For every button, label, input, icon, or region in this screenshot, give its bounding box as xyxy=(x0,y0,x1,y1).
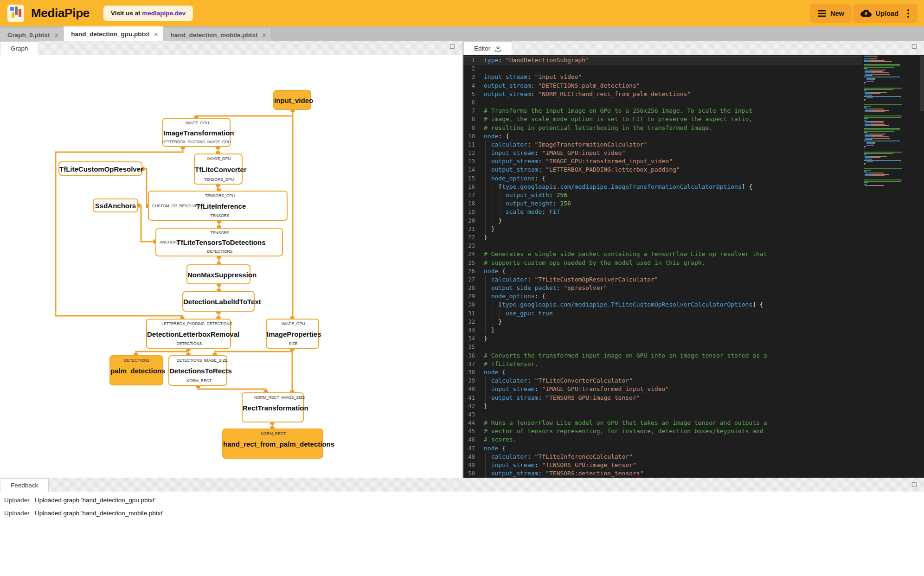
tab-graph[interactable]: Graph xyxy=(0,41,39,55)
port-label: NORM_RECT xyxy=(261,431,286,436)
code-line[interactable]: 10node: { xyxy=(463,132,862,141)
graph-node-palm_detections[interactable]: palm_detectionsDETECTIONS xyxy=(109,355,163,385)
editor-pane-expand-icon[interactable] xyxy=(912,44,917,49)
code-line[interactable]: 42} xyxy=(463,402,862,410)
code-line[interactable]: 14 output_stream: "LETTERBOX_PADDING:let… xyxy=(463,166,862,174)
code-line[interactable]: 32 } xyxy=(463,318,862,326)
code-line[interactable]: 12 input_stream: "IMAGE_GPU:input_video" xyxy=(463,149,862,157)
code-line[interactable]: 2 xyxy=(463,64,862,73)
code-line[interactable]: 44# Runs a TensorFlow Lite model on GPU … xyxy=(463,419,862,427)
graph-node-DetectionsToRects[interactable]: DetectionsToRectsDETECTIONSIMAGE_SIZENOR… xyxy=(168,355,227,386)
feedback-pane-expand-icon[interactable] xyxy=(912,482,917,487)
code-line[interactable]: 7# Transforms the input image on GPU to … xyxy=(463,107,862,115)
code-line[interactable]: 26node { xyxy=(463,267,862,275)
graph-node-DetectionLabelIdToText[interactable]: DetectionLabelIdToText xyxy=(182,291,255,312)
code-line[interactable]: 6 xyxy=(463,98,862,107)
editor-minimap[interactable] xyxy=(864,56,908,186)
code-line[interactable]: 47node { xyxy=(463,444,862,453)
tab-close-icon[interactable]: × xyxy=(55,31,59,39)
graph-node-TfLiteTensorsToDetections[interactable]: TfLiteTensorsToDetectionsTENSORSDETECTIO… xyxy=(155,228,283,256)
code-line[interactable]: 9# resulting in potential letterboxing i… xyxy=(463,124,862,132)
line-number: 35 xyxy=(463,343,484,351)
code-line[interactable]: 13 output_stream: "IMAGE_GPU:transformed… xyxy=(463,157,862,166)
code-line[interactable]: 5output_stream: "NORM_RECT:hand_rect_fro… xyxy=(463,90,862,98)
line-number: 41 xyxy=(463,394,484,402)
code-line[interactable]: 11 calculator: "ImageTransformationCalcu… xyxy=(463,141,862,149)
code-line[interactable]: 46# scores. xyxy=(463,435,862,444)
code-line[interactable]: 22} xyxy=(463,233,862,242)
tab-close-icon[interactable]: × xyxy=(262,31,266,39)
code-line[interactable]: 23 xyxy=(463,242,862,250)
line-number: 5 xyxy=(463,90,484,98)
upload-menu-kebab-icon[interactable] xyxy=(906,8,910,19)
upload-button[interactable]: Upload xyxy=(853,4,918,23)
code-line[interactable]: 36# Converts the transformed input image… xyxy=(463,352,862,360)
port-label: ANCHORS xyxy=(160,240,180,244)
graph-node-hand_rect_from_palm_detections[interactable]: hand_rect_from_palm_detectionsNORM_RECT xyxy=(222,429,323,459)
code-line[interactable]: 39 calculator: "TfLiteConverterCalculato… xyxy=(463,377,862,385)
code-line[interactable]: 40 input_stream: "IMAGE_GPU:transformed_… xyxy=(463,385,862,393)
upload-button-label: Upload xyxy=(876,10,898,17)
file-tab-Graph_0.pbtxt[interactable]: Graph_0.pbtxt× xyxy=(0,28,64,41)
line-number: 11 xyxy=(463,141,484,149)
code-line[interactable]: 33 } xyxy=(463,326,862,334)
code-line[interactable]: 28 output_side_packet: "opresolver" xyxy=(463,284,862,292)
code-line[interactable]: 41 output_stream: "TENSORS_GPU:image_ten… xyxy=(463,394,862,402)
code-line[interactable]: 38node { xyxy=(463,368,862,377)
code-line[interactable]: 35 xyxy=(463,343,862,351)
code-line[interactable]: 37# TfLiteTensor. xyxy=(463,360,862,368)
download-icon[interactable] xyxy=(494,45,501,52)
file-tab-hand_detection_mobile.pbtxt[interactable]: hand_detection_mobile.pbtxt× xyxy=(163,28,271,41)
graph-pane-expand-icon[interactable] xyxy=(450,44,455,49)
graph-node-ImageTransformation[interactable]: ImageTransformationIMAGE_GPULETTERBOX_PA… xyxy=(162,118,231,147)
tab-feedback[interactable]: Feedback xyxy=(0,478,49,492)
line-number: 33 xyxy=(463,326,484,334)
code-line[interactable]: 29 node_options: { xyxy=(463,292,862,301)
line-number: 24 xyxy=(463,250,484,258)
code-line[interactable]: 24# Generates a single side packet conta… xyxy=(463,250,862,258)
line-number: 36 xyxy=(463,352,484,360)
code-line[interactable]: 21 } xyxy=(463,225,862,233)
editor-scrollbar[interactable] xyxy=(920,56,924,111)
port-label: LETTERBOX_PADDING xyxy=(162,140,205,144)
pane-divider[interactable] xyxy=(462,41,463,478)
graph-node-input_video[interactable]: input_video xyxy=(273,90,311,110)
graph-node-NonMaxSuppression[interactable]: NonMaxSuppression xyxy=(186,264,250,284)
mediapipe-dev-link[interactable]: mediapipe.dev xyxy=(142,10,186,17)
code-line[interactable]: 31 use_gpu: true xyxy=(463,309,862,318)
graph-node-ImageProperties[interactable]: ImagePropertiesIMAGE_GPUSIZE xyxy=(266,319,319,349)
graph-node-RectTransformation[interactable]: RectTransformationNORM_RECTIMAGE_SIZE xyxy=(242,392,304,422)
code-line[interactable]: 50 output_stream: "TENSORS:detection_ten… xyxy=(463,469,862,478)
code-line[interactable]: 16 [type.googleapis.com/mediapipe.ImageT… xyxy=(463,183,862,191)
code-line[interactable]: 3input_stream: "input_video" xyxy=(463,73,862,81)
port-label: LETTERBOX_PADDING xyxy=(161,321,205,326)
graph-node-DetectionLetterboxRemoval[interactable]: DetectionLetterboxRemovalLETTERBOX_PADDI… xyxy=(146,319,231,349)
code-line[interactable]: 25# supports custom ops needed by the mo… xyxy=(463,259,862,267)
code-line[interactable]: 18 output_height: 256 xyxy=(463,199,862,208)
graph-node-TfLiteConverter[interactable]: TfLiteConverterIMAGE_GPUTENSORS_GPU xyxy=(194,154,243,185)
tab-close-icon[interactable]: × xyxy=(154,30,158,38)
code-line[interactable]: 43 xyxy=(463,410,862,419)
node-title: hand_rect_from_palm_detections xyxy=(223,440,322,448)
graph-node-TfLiteInference[interactable]: TfLiteInferenceTENSORS_GPUTENSORSCUSTOM_… xyxy=(148,191,288,221)
code-line[interactable]: 8# image, the scale_mode option is set t… xyxy=(463,115,862,123)
code-line[interactable]: 45# vector of tensors representing, for … xyxy=(463,427,862,435)
code-line[interactable]: 34} xyxy=(463,334,862,343)
tab-editor[interactable]: Editor xyxy=(463,41,512,55)
new-button[interactable]: New xyxy=(810,4,852,23)
feedback-pane-strip: Feedback xyxy=(0,478,924,492)
graph-node-TfLiteCustomOpResolver[interactable]: TfLiteCustomOpResolver xyxy=(58,161,142,176)
file-tab-hand_detection_gpu.pbtxt[interactable]: hand_detection_gpu.pbtxt× xyxy=(64,26,163,41)
code-line[interactable]: 20 } xyxy=(463,217,862,225)
code-line[interactable]: 27 calculator: "TfLiteCustomOpResolverCa… xyxy=(463,275,862,284)
code-line[interactable]: 4output_stream: "DETECTIONS:palm_detecti… xyxy=(463,82,862,90)
code-line[interactable]: 19 scale_mode: FIT xyxy=(463,208,862,216)
code-line[interactable]: 1type: "HandDetectionSubgraph" xyxy=(463,56,862,64)
new-button-label: New xyxy=(830,10,844,17)
code-line[interactable]: 30 [type.googleapis.com/mediapipe.TfLite… xyxy=(463,301,862,309)
graph-node-SsdAnchors[interactable]: SsdAnchors xyxy=(93,198,138,212)
code-line[interactable]: 48 calculator: "TfLiteInferenceCalculato… xyxy=(463,453,862,461)
code-line[interactable]: 17 output_width: 256 xyxy=(463,191,862,199)
code-line[interactable]: 15 node_options: { xyxy=(463,174,862,183)
code-line[interactable]: 49 input_stream: "TENSORS_GPU:image_tens… xyxy=(463,461,862,469)
